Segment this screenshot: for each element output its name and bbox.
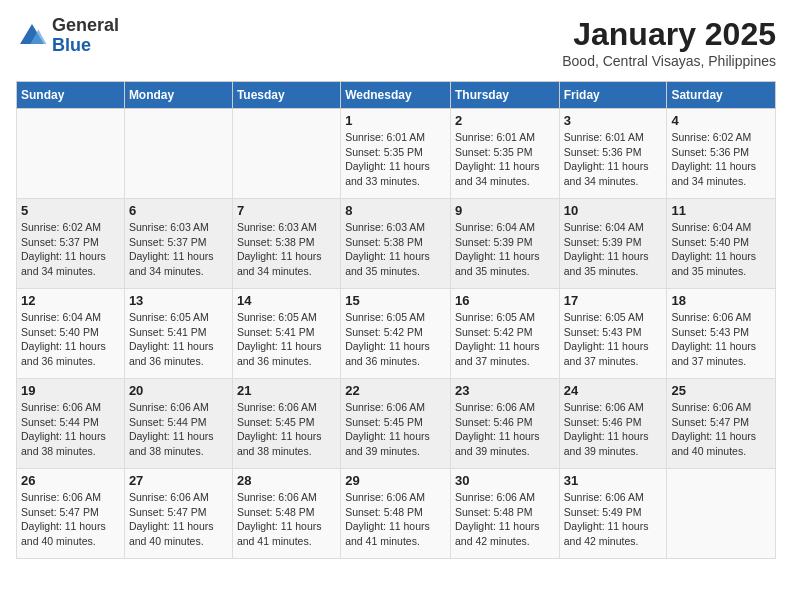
day-number: 1 <box>345 113 446 128</box>
day-number: 31 <box>564 473 663 488</box>
logo-general: General <box>52 16 119 36</box>
calendar-cell: 15Sunrise: 6:05 AMSunset: 5:42 PMDayligh… <box>341 289 451 379</box>
calendar-cell: 1Sunrise: 6:01 AMSunset: 5:35 PMDaylight… <box>341 109 451 199</box>
calendar-cell: 5Sunrise: 6:02 AMSunset: 5:37 PMDaylight… <box>17 199 125 289</box>
day-info: Sunrise: 6:04 AMSunset: 5:39 PMDaylight:… <box>455 220 555 279</box>
day-info: Sunrise: 6:06 AMSunset: 5:44 PMDaylight:… <box>129 400 228 459</box>
day-info: Sunrise: 6:04 AMSunset: 5:40 PMDaylight:… <box>671 220 771 279</box>
day-number: 15 <box>345 293 446 308</box>
day-info: Sunrise: 6:05 AMSunset: 5:41 PMDaylight:… <box>237 310 336 369</box>
day-number: 21 <box>237 383 336 398</box>
day-number: 18 <box>671 293 771 308</box>
day-number: 14 <box>237 293 336 308</box>
calendar-cell: 27Sunrise: 6:06 AMSunset: 5:47 PMDayligh… <box>124 469 232 559</box>
logo-text: General Blue <box>52 16 119 56</box>
calendar-cell: 28Sunrise: 6:06 AMSunset: 5:48 PMDayligh… <box>232 469 340 559</box>
calendar-cell: 29Sunrise: 6:06 AMSunset: 5:48 PMDayligh… <box>341 469 451 559</box>
calendar-cell <box>17 109 125 199</box>
calendar-subtitle: Bood, Central Visayas, Philippines <box>562 53 776 69</box>
day-info: Sunrise: 6:05 AMSunset: 5:42 PMDaylight:… <box>455 310 555 369</box>
day-number: 25 <box>671 383 771 398</box>
calendar-cell: 7Sunrise: 6:03 AMSunset: 5:38 PMDaylight… <box>232 199 340 289</box>
day-info: Sunrise: 6:06 AMSunset: 5:44 PMDaylight:… <box>21 400 120 459</box>
day-info: Sunrise: 6:02 AMSunset: 5:37 PMDaylight:… <box>21 220 120 279</box>
calendar-cell: 3Sunrise: 6:01 AMSunset: 5:36 PMDaylight… <box>559 109 667 199</box>
day-info: Sunrise: 6:06 AMSunset: 5:47 PMDaylight:… <box>129 490 228 549</box>
calendar-cell: 2Sunrise: 6:01 AMSunset: 5:35 PMDaylight… <box>450 109 559 199</box>
logo-blue: Blue <box>52 36 119 56</box>
header-tuesday: Tuesday <box>232 82 340 109</box>
calendar-cell: 31Sunrise: 6:06 AMSunset: 5:49 PMDayligh… <box>559 469 667 559</box>
day-info: Sunrise: 6:06 AMSunset: 5:47 PMDaylight:… <box>671 400 771 459</box>
day-info: Sunrise: 6:01 AMSunset: 5:35 PMDaylight:… <box>345 130 446 189</box>
header-friday: Friday <box>559 82 667 109</box>
day-number: 9 <box>455 203 555 218</box>
day-info: Sunrise: 6:06 AMSunset: 5:45 PMDaylight:… <box>237 400 336 459</box>
day-number: 11 <box>671 203 771 218</box>
day-info: Sunrise: 6:06 AMSunset: 5:46 PMDaylight:… <box>455 400 555 459</box>
page-header: General Blue January 2025 Bood, Central … <box>16 16 776 69</box>
calendar-cell: 9Sunrise: 6:04 AMSunset: 5:39 PMDaylight… <box>450 199 559 289</box>
day-info: Sunrise: 6:01 AMSunset: 5:35 PMDaylight:… <box>455 130 555 189</box>
header-row: Sunday Monday Tuesday Wednesday Thursday… <box>17 82 776 109</box>
day-info: Sunrise: 6:01 AMSunset: 5:36 PMDaylight:… <box>564 130 663 189</box>
calendar-cell: 8Sunrise: 6:03 AMSunset: 5:38 PMDaylight… <box>341 199 451 289</box>
day-number: 23 <box>455 383 555 398</box>
day-number: 4 <box>671 113 771 128</box>
calendar-cell: 21Sunrise: 6:06 AMSunset: 5:45 PMDayligh… <box>232 379 340 469</box>
day-info: Sunrise: 6:03 AMSunset: 5:37 PMDaylight:… <box>129 220 228 279</box>
day-info: Sunrise: 6:03 AMSunset: 5:38 PMDaylight:… <box>237 220 336 279</box>
calendar-title: January 2025 <box>562 16 776 53</box>
day-info: Sunrise: 6:05 AMSunset: 5:43 PMDaylight:… <box>564 310 663 369</box>
calendar-table: Sunday Monday Tuesday Wednesday Thursday… <box>16 81 776 559</box>
day-info: Sunrise: 6:05 AMSunset: 5:41 PMDaylight:… <box>129 310 228 369</box>
day-info: Sunrise: 6:06 AMSunset: 5:47 PMDaylight:… <box>21 490 120 549</box>
calendar-cell: 25Sunrise: 6:06 AMSunset: 5:47 PMDayligh… <box>667 379 776 469</box>
logo: General Blue <box>16 16 119 56</box>
day-info: Sunrise: 6:03 AMSunset: 5:38 PMDaylight:… <box>345 220 446 279</box>
day-info: Sunrise: 6:06 AMSunset: 5:48 PMDaylight:… <box>237 490 336 549</box>
calendar-body: 1Sunrise: 6:01 AMSunset: 5:35 PMDaylight… <box>17 109 776 559</box>
day-info: Sunrise: 6:04 AMSunset: 5:39 PMDaylight:… <box>564 220 663 279</box>
day-number: 30 <box>455 473 555 488</box>
day-info: Sunrise: 6:06 AMSunset: 5:48 PMDaylight:… <box>455 490 555 549</box>
day-number: 27 <box>129 473 228 488</box>
header-wednesday: Wednesday <box>341 82 451 109</box>
calendar-cell: 14Sunrise: 6:05 AMSunset: 5:41 PMDayligh… <box>232 289 340 379</box>
day-info: Sunrise: 6:02 AMSunset: 5:36 PMDaylight:… <box>671 130 771 189</box>
calendar-week-2: 5Sunrise: 6:02 AMSunset: 5:37 PMDaylight… <box>17 199 776 289</box>
day-number: 28 <box>237 473 336 488</box>
day-number: 3 <box>564 113 663 128</box>
day-number: 5 <box>21 203 120 218</box>
header-monday: Monday <box>124 82 232 109</box>
calendar-week-4: 19Sunrise: 6:06 AMSunset: 5:44 PMDayligh… <box>17 379 776 469</box>
day-info: Sunrise: 6:06 AMSunset: 5:45 PMDaylight:… <box>345 400 446 459</box>
day-number: 2 <box>455 113 555 128</box>
day-number: 8 <box>345 203 446 218</box>
day-number: 17 <box>564 293 663 308</box>
header-thursday: Thursday <box>450 82 559 109</box>
calendar-cell: 12Sunrise: 6:04 AMSunset: 5:40 PMDayligh… <box>17 289 125 379</box>
day-number: 26 <box>21 473 120 488</box>
day-number: 24 <box>564 383 663 398</box>
day-number: 13 <box>129 293 228 308</box>
day-number: 20 <box>129 383 228 398</box>
calendar-cell: 17Sunrise: 6:05 AMSunset: 5:43 PMDayligh… <box>559 289 667 379</box>
day-number: 19 <box>21 383 120 398</box>
calendar-cell: 23Sunrise: 6:06 AMSunset: 5:46 PMDayligh… <box>450 379 559 469</box>
day-info: Sunrise: 6:06 AMSunset: 5:46 PMDaylight:… <box>564 400 663 459</box>
calendar-cell: 16Sunrise: 6:05 AMSunset: 5:42 PMDayligh… <box>450 289 559 379</box>
calendar-cell: 19Sunrise: 6:06 AMSunset: 5:44 PMDayligh… <box>17 379 125 469</box>
header-saturday: Saturday <box>667 82 776 109</box>
day-number: 10 <box>564 203 663 218</box>
calendar-cell <box>667 469 776 559</box>
day-info: Sunrise: 6:04 AMSunset: 5:40 PMDaylight:… <box>21 310 120 369</box>
day-number: 16 <box>455 293 555 308</box>
calendar-cell <box>124 109 232 199</box>
calendar-cell: 24Sunrise: 6:06 AMSunset: 5:46 PMDayligh… <box>559 379 667 469</box>
day-number: 22 <box>345 383 446 398</box>
calendar-cell: 10Sunrise: 6:04 AMSunset: 5:39 PMDayligh… <box>559 199 667 289</box>
day-number: 12 <box>21 293 120 308</box>
day-info: Sunrise: 6:05 AMSunset: 5:42 PMDaylight:… <box>345 310 446 369</box>
calendar-cell: 20Sunrise: 6:06 AMSunset: 5:44 PMDayligh… <box>124 379 232 469</box>
